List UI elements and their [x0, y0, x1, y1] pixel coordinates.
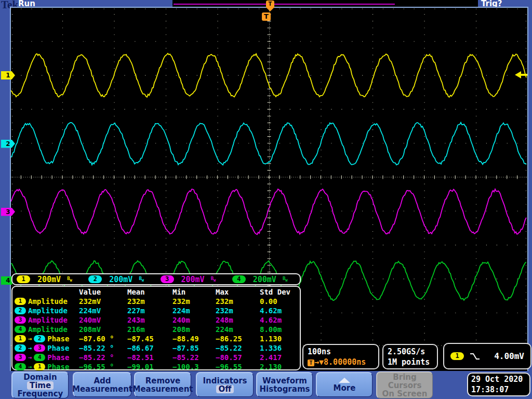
- channel-2-badge: 2: [15, 344, 26, 352]
- measurement-name: Amplitude: [28, 316, 68, 324]
- softkey-label: Time: [27, 381, 54, 390]
- measurement-row: 3Amplitude240mV243m240m248m4.62m: [15, 315, 298, 325]
- softkey-label: Remove: [145, 377, 181, 385]
- softkey-label: Add: [94, 377, 111, 385]
- measurement-stddev: 2.130: [260, 363, 298, 371]
- measurement-mean: −82.51: [127, 353, 172, 362]
- softkey-label: Cursors: [388, 381, 422, 390]
- softkey-label: Histograms: [260, 385, 310, 393]
- measurement-header-row: ValueMeanMinMaxStd Dev: [15, 287, 298, 297]
- measurement-stddev: 4.62m: [260, 307, 298, 315]
- graticule-frame-left: [10, 7, 11, 371]
- channel-3-badge: 3: [15, 354, 26, 361]
- trigger-position-marker[interactable]: T: [266, 1, 274, 7]
- measurement-min: 240m: [172, 316, 216, 324]
- measurement-min: −88.49: [172, 335, 216, 343]
- measurement-value: −85.22 °: [79, 344, 127, 352]
- sample-rate: 2.50GS/s: [388, 347, 433, 357]
- measurement-mean: 227m: [127, 307, 172, 315]
- measurement-stddev: 0.00: [260, 297, 298, 305]
- date-label: 29 Oct 2020: [471, 374, 526, 384]
- phase-arrow-icon: →: [28, 363, 32, 370]
- channel-4-badge: 4: [34, 354, 45, 361]
- column-header: Mean: [127, 288, 172, 296]
- measurement-max: 224m: [216, 325, 260, 334]
- measurement-row: 3→4Phase−85.22 °−82.51−85.22−80.572.417: [15, 353, 298, 362]
- record-length: 1M points: [388, 357, 433, 367]
- measurement-min: −85.22: [172, 353, 216, 362]
- measurement-mean: 232m: [127, 297, 172, 305]
- bandwidth-limit-icon: BW: [211, 276, 216, 283]
- measurement-mean: 216m: [127, 325, 172, 334]
- measurement-value: −87.60 °: [79, 335, 127, 343]
- softkey-indicators-off[interactable]: IndicatorsOff: [196, 372, 254, 397]
- channel-2-badge: 2: [34, 335, 45, 342]
- channel-2-badge: 2: [15, 307, 26, 314]
- measurement-stddev: 1.130: [260, 335, 298, 343]
- record-view-waveform-line: [174, 4, 395, 5]
- measurement-row: 4→1Phase−96.55 °−99.01−100.3−96.552.130: [15, 362, 298, 371]
- channel-2-scale-group: 2200mVBW: [84, 275, 156, 284]
- trigger-level-value: 4.00mV: [494, 351, 524, 362]
- channel-3-badge: 3: [15, 316, 26, 324]
- measurement-row: 2→3Phase−85.22 °−86.67−87.85−85.221.336: [15, 343, 298, 353]
- softkey-label: Waveform: [262, 377, 307, 385]
- measurement-name: Phase: [47, 353, 69, 362]
- softkey-waveform-histograms[interactable]: WaveformHistograms: [256, 372, 313, 397]
- measurement-name: Amplitude: [28, 297, 68, 305]
- softkey-label: Off: [216, 385, 234, 393]
- bandwidth-limit-icon: BW: [283, 276, 288, 283]
- trigger-readout-box: 1 4.00mV: [443, 343, 531, 369]
- measurement-name: Phase: [47, 335, 69, 343]
- softkey-label: Measurement: [132, 385, 193, 393]
- measurement-max: −86.25: [216, 335, 260, 343]
- channel-4-scale-group: 4200mVBW: [228, 275, 300, 284]
- measurement-row: 2Amplitude224mV227m224m232m4.62m: [15, 306, 298, 315]
- delay-value: 8.00000ns: [324, 357, 366, 367]
- trigger-t-icon: T: [308, 360, 314, 366]
- softkey-domain-time-frequency[interactable]: DomainTimeFrequency: [11, 371, 69, 398]
- trigger-status-box: Trig?: [478, 0, 532, 7]
- delay-arrows-icon: →▼: [314, 357, 324, 367]
- softkey-label: Indicators: [203, 377, 247, 385]
- measurement-name: Amplitude: [28, 325, 68, 334]
- datetime-box: 29 Oct 2020 17:38:07: [467, 373, 530, 396]
- measurement-mean: 243m: [127, 316, 172, 324]
- channel-1-badge: 1: [17, 275, 30, 283]
- measurement-row: 1Amplitude232mV232m232m232m0.00: [15, 297, 298, 306]
- phase-arrow-icon: →: [28, 335, 32, 342]
- measurement-stddev: 8.00m: [260, 325, 298, 334]
- falling-edge-icon: [469, 352, 481, 361]
- trigger-t-flag-icon: T: [262, 12, 271, 21]
- measurement-value: 224mV: [79, 307, 127, 315]
- column-header: Std Dev: [260, 288, 298, 296]
- softkey-more[interactable]: More: [316, 372, 373, 397]
- graticule-frame-right: [527, 7, 528, 371]
- channel-1-badge: 1: [34, 363, 45, 370]
- channel-4-badge: 4: [15, 326, 26, 333]
- channel-3-scale-group: 3200mVBW: [156, 275, 228, 284]
- softkey-remove-measurement[interactable]: RemoveMeasurement: [134, 372, 191, 397]
- channel-1-badge: 1: [15, 335, 26, 342]
- measurement-value: 232mV: [79, 297, 127, 305]
- bandwidth-limit-icon: BW: [139, 276, 144, 283]
- measurement-table: ValueMeanMinMaxStd Dev1Amplitude232mV232…: [11, 286, 301, 370]
- channel-4-scale: 200mV: [253, 275, 276, 284]
- waveform-ch3: [11, 189, 526, 234]
- softkey-add-measurement[interactable]: AddMeasurement: [73, 372, 131, 397]
- waveform-ch2: [11, 123, 526, 165]
- softkey-bring-cursors-on-screen[interactable]: BringCursorsOn Screen: [376, 371, 433, 398]
- horizontal-readout-box: 100ns T→▼8.00000ns: [302, 344, 379, 369]
- trigger-level-arrow-icon[interactable]: [515, 71, 527, 79]
- softkey-label: Frequency: [18, 390, 63, 398]
- acquisition-readout-box: 2.50GS/s 1M points: [382, 344, 438, 369]
- measurement-max: −80.57: [216, 353, 260, 362]
- column-header: Max: [216, 288, 260, 296]
- measurement-stddev: 4.62m: [260, 316, 298, 324]
- channel-4-badge: 4: [232, 275, 246, 283]
- measurement-name: Phase: [47, 344, 69, 352]
- column-header: Min: [172, 288, 216, 296]
- measurement-row: 1→2Phase−87.60 °−87.45−88.49−86.251.130: [15, 334, 298, 343]
- measurement-name: Phase: [47, 363, 69, 371]
- channel-2-scale: 200mV: [109, 275, 132, 284]
